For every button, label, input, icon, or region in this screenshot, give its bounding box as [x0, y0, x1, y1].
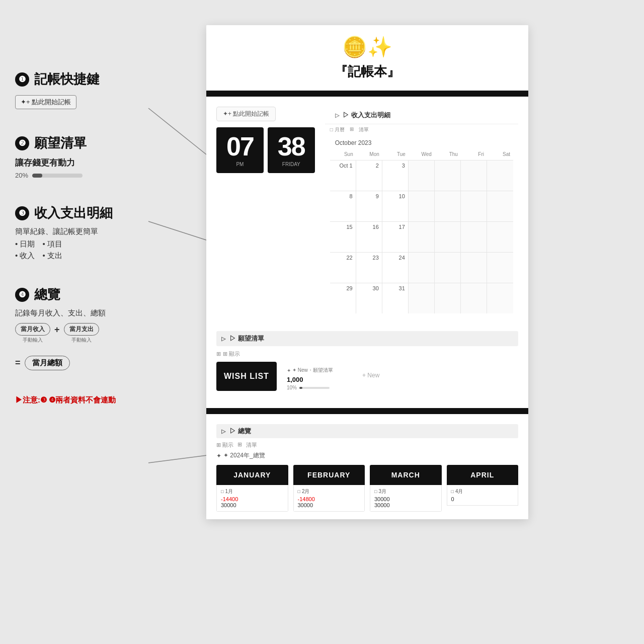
- cal-week-2: 8 9 10: [330, 191, 513, 221]
- coins-icon: 🪙✨: [216, 35, 518, 59]
- annotation-2-title: ❷ 願望清單: [15, 134, 196, 152]
- shortcut-button[interactable]: ✦+ 點此開始記帳: [15, 95, 76, 109]
- annotation-4-number: ❹: [15, 288, 29, 302]
- wish-list-header: ▷ ▷ 願望清單: [216, 331, 518, 346]
- month-card-april: APRIL □ 4月 0: [447, 465, 519, 512]
- income-badge: 當月收入 手動輸入: [15, 323, 50, 344]
- annotation-3: ❸ 收入支出明細 簡單紀錄、讓記帳更簡單 • 日期 • 項目 • 收入 • 支出: [15, 204, 196, 261]
- clock-minute: 38 FRIDAY: [268, 127, 315, 173]
- cal-day-oct1: Oct 1: [330, 160, 356, 191]
- new-wish-button[interactable]: + New: [357, 362, 384, 389]
- month-grid: JANUARY □ 1月 -14400 30000 FEBRUARY □ 2月: [216, 465, 518, 512]
- clock-hour: 07 PM: [216, 127, 264, 173]
- progress-bar: [32, 174, 83, 178]
- quick-add-button[interactable]: ✦+ 點此開始記帳: [216, 107, 276, 121]
- annotation-1-title: ❶ 記帳快捷鍵: [15, 70, 196, 88]
- clock-display: 07 PM 38 FRIDAY: [216, 127, 315, 173]
- divider-bar-top: [206, 91, 528, 97]
- app-panel: 🪙✨ 『記帳本』 ✦+ 點此開始記帳 07 PM 38 FRIDAY: [206, 25, 528, 519]
- expense-badge: 當月支出 手動輸入: [64, 323, 99, 344]
- summary-view-options: ⊞ 顯示 ⊞ 清單: [216, 441, 518, 449]
- cal-week-5: 29 30 31: [330, 283, 513, 313]
- cal-week-4: 22 23 24: [330, 252, 513, 283]
- wish-view-options: ⊞ ⊞ 顯示: [216, 350, 518, 358]
- cal-week-3: 15 16 17: [330, 221, 513, 252]
- progress-fill: [32, 174, 42, 178]
- month-card-february: FEBRUARY □ 2月 -14800 30000: [293, 465, 365, 512]
- wish-cards-row: WISH LIST ✦ ✦ New・願望清單 1,000 10% + New: [216, 362, 518, 395]
- cal-day-3: 3: [382, 160, 409, 191]
- left-annotations: ❶ 記帳快捷鍵 ✦+ 點此開始記帳 ❷ 願望清單 讓存錢更有動力 20% ❸ 收…: [15, 70, 196, 405]
- divider-bar-bottom: [206, 408, 528, 414]
- wish-card-sub[interactable]: ✦ ✦ New・願望清單 1,000 10%: [282, 362, 352, 395]
- section-quick-add: ✦+ 點此開始記帳 07 PM 38 FRIDAY ▷: [206, 102, 528, 326]
- annotation-1-number: ❶: [15, 72, 29, 87]
- summary-section: ▷ ▷ 總覽 ⊞ 顯示 ⊞ 清單 ✦ ✦ 2024年_總覽 JANUARY □ …: [206, 419, 528, 519]
- total-row: = 當月總額: [15, 356, 196, 370]
- calendar-section: ▷ ▷ 收入支出明細 □ 月曆 ⊞ 清單 October 2023 Sun Mo…: [325, 107, 518, 318]
- calendar-header: ▷ ▷ 收入支出明細: [325, 107, 518, 124]
- annotation-3-title: ❸ 收入支出明細: [15, 204, 196, 222]
- app-title: 『記帳本』: [216, 63, 518, 80]
- wish-progress: 10%: [287, 385, 347, 390]
- month-card-march: MARCH □ 3月 30000 30000: [370, 465, 442, 512]
- progress-row: 20%: [15, 172, 196, 179]
- month-card-january: JANUARY □ 1月 -14400 30000: [216, 465, 288, 512]
- app-header: 🪙✨ 『記帳本』: [206, 25, 528, 86]
- annotation-1: ❶ 記帳快捷鍵 ✦+ 點此開始記帳: [15, 70, 196, 109]
- bullet-list: • 日期 • 項目 • 收入 • 支出: [15, 239, 196, 261]
- annotation-4: ❹ 總覽 記錄每月收入、支出、總額 當月收入 手動輸入 + 當月支出 手動輸入 …: [15, 286, 196, 370]
- annotation-4-title: ❹ 總覽: [15, 286, 196, 303]
- calendar-grid: Sun Mon Tue Wed Thu Fri Sat Oct 1 2 3: [325, 148, 518, 318]
- cal-view-options: □ 月曆 ⊞ 清單: [325, 124, 518, 135]
- cal-day-2: 2: [356, 160, 382, 191]
- wish-list-section: ▷ ▷ 願望清單 ⊞ ⊞ 顯示 WISH LIST ✦ ✦ New・願望清單 1…: [206, 326, 528, 403]
- annotation-2: ❷ 願望清單 讓存錢更有動力 20%: [15, 134, 196, 179]
- summary-header: ▷ ▷ 總覽: [216, 424, 518, 438]
- cal-day-headers: Sun Mon Tue Wed Thu Fri Sat: [330, 148, 513, 160]
- warning-text: ▶注意:❸ ❹兩者資料不會連動: [15, 395, 196, 405]
- year-label: ✦ ✦ 2024年_總覽: [216, 451, 518, 460]
- cal-week-1: Oct 1 2 3: [330, 160, 513, 191]
- wish-card-main[interactable]: WISH LIST: [216, 362, 277, 391]
- annotation-2-number: ❷: [15, 136, 29, 150]
- annotation-3-number: ❸: [15, 206, 29, 220]
